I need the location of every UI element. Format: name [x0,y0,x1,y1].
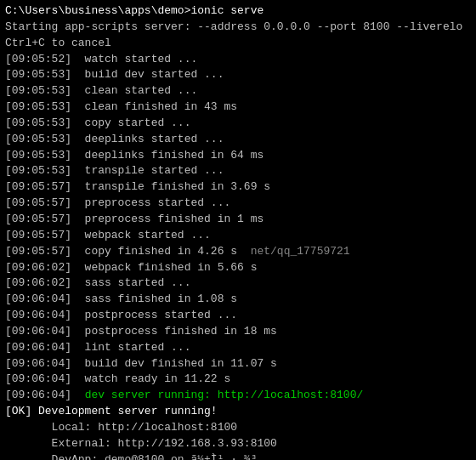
terminal-line: [09:05:57] preprocess finished in 1 ms [5,212,471,228]
terminal-line: [09:05:53] deeplinks finished in 64 ms [5,148,471,164]
terminal-line: [09:06:04] sass finished in 1.08 s [5,292,471,308]
terminal-line: [09:05:57] preprocess started ... [5,196,471,212]
terminal-line: [09:05:53] clean finished in 43 ms [5,99,471,116]
terminal-line: [09:06:04] dev server running: http://lo… [5,388,471,404]
terminal-line: [09:05:53] build dev started ... [5,67,471,83]
terminal-line: [09:05:52] watch started ... [5,52,471,68]
terminal-line: [09:05:57] copy finished in 4.26 s net/q… [5,244,471,260]
terminal-window: C:\Users\business\apps\demo>ionic serveS… [0,0,476,460]
terminal-line: External: http://192.168.3.93:8100 [5,436,471,452]
terminal-line: Ctrl+C to cancel [5,36,471,52]
terminal-line: [09:06:04] postprocess started ... [5,308,471,324]
terminal-line: [09:05:57] webpack started ... [5,228,471,244]
terminal-line: C:\Users\business\apps\demo>ionic serve [5,3,471,20]
terminal-line: DevApp: demo@8100 on ã¼±Ì¹ · ¾³ [5,452,471,460]
terminal-line: [OK] Development server running! [5,404,471,420]
terminal-line: [09:06:04] build dev finished in 11.07 s [5,356,471,372]
terminal-line: [09:05:53] deeplinks started ... [5,132,471,148]
terminal-line: [09:06:04] postprocess finished in 18 ms [5,324,471,340]
terminal-line: [09:06:04] watch ready in 11.22 s [5,372,471,388]
terminal-line: [09:06:02] sass started ... [5,275,471,292]
terminal-line: [09:05:57] transpile finished in 3.69 s [5,179,471,196]
terminal-line: Local: http://localhost:8100 [5,420,471,436]
terminal-line: [09:05:53] transpile started ... [5,163,471,179]
terminal-line: Starting app-scripts server: --address 0… [5,20,471,36]
terminal-line: [09:05:53] copy started ... [5,116,471,132]
terminal-line: [09:06:04] lint started ... [5,340,471,356]
terminal-line: [09:05:53] clean started ... [5,83,471,99]
terminal-line: [09:06:02] webpack finished in 5.66 s [5,260,471,276]
